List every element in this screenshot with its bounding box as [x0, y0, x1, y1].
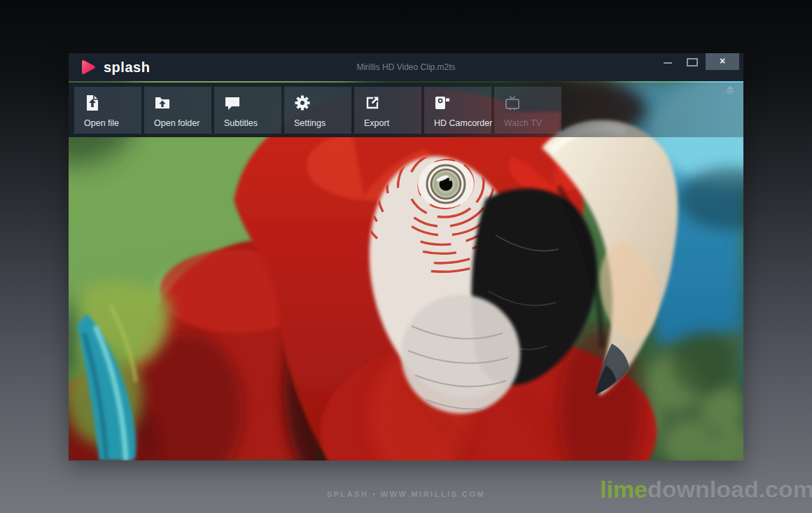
toolbar-button-label: Settings	[294, 118, 326, 128]
toolbar-button-label: Subtitles	[224, 118, 258, 128]
brand: splash	[69, 59, 150, 76]
watermark-lime: lime	[600, 476, 648, 503]
toolbar-button-open-folder[interactable]: Open folder	[144, 87, 211, 134]
splash-play-logo-icon	[80, 59, 97, 75]
toolbar-button-export[interactable]: Export	[354, 87, 421, 134]
brand-name: splash	[104, 59, 150, 76]
collapse-toolbar-icon[interactable]	[724, 85, 736, 95]
toolbar-button-label: Open folder	[154, 118, 200, 128]
open-folder-icon	[154, 94, 171, 112]
export-icon	[364, 94, 381, 112]
toolbar-button-hd-camcorder[interactable]: HD Camcorder	[424, 87, 491, 134]
open-file-icon	[84, 94, 101, 112]
close-button[interactable]: ×	[706, 53, 739, 70]
watch-tv-icon	[504, 94, 521, 112]
toolbar-button-label: Watch TV	[504, 118, 542, 128]
watermark: limedownload.com	[600, 476, 812, 503]
watermark-rest: download.com	[648, 476, 812, 503]
subtitles-icon	[224, 94, 241, 112]
toolbar-button-open-file[interactable]: Open file	[74, 87, 141, 134]
toolbar-button-label: HD Camcorder	[434, 118, 492, 128]
toolbar: Open file Open folder Subtitles	[69, 83, 743, 137]
toolbar-button-label: Export	[364, 118, 389, 128]
toolbar-button-settings[interactable]: Settings	[284, 87, 351, 134]
splash-player-window: splash Mirillis HD Video Clip.m2ts ×	[69, 53, 743, 461]
toolbar-button-subtitles[interactable]: Subtitles	[214, 87, 281, 134]
video-frame-parrot	[69, 81, 743, 461]
maximize-button[interactable]	[682, 53, 701, 70]
hd-camcorder-icon	[434, 94, 451, 112]
window-controls: ×	[658, 53, 739, 70]
settings-icon	[294, 94, 311, 112]
toolbar-button-watch-tv[interactable]: Watch TV	[494, 87, 561, 134]
video-area[interactable]: Open file Open folder Subtitles	[69, 81, 743, 461]
window-title: Mirillis HD Video Clip.m2ts	[69, 62, 743, 72]
toolbar-button-label: Open file	[84, 118, 119, 128]
minimize-button[interactable]	[658, 53, 678, 70]
titlebar[interactable]: splash Mirillis HD Video Clip.m2ts ×	[69, 53, 743, 81]
